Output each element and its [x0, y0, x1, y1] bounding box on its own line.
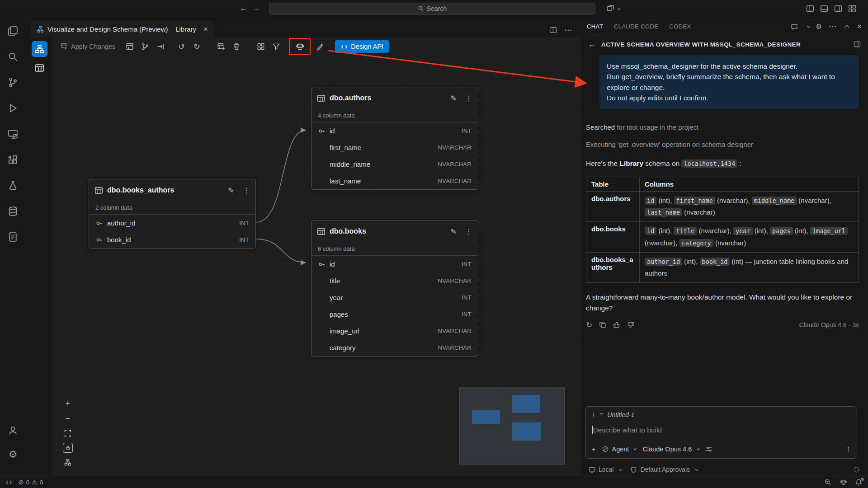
- chat-tab-claude-code[interactable]: CLAUDE CODE: [614, 18, 658, 35]
- database-icon[interactable]: [5, 203, 21, 219]
- zoom-out-icon[interactable]: −: [62, 413, 73, 424]
- column-row[interactable]: image_urlNVARCHAR: [311, 323, 478, 339]
- column-row[interactable]: yearINT: [311, 289, 478, 306]
- zoom-in-icon[interactable]: +: [62, 398, 73, 409]
- back-icon[interactable]: ←: [237, 4, 250, 13]
- approvals-selector[interactable]: Default Approvals: [630, 466, 698, 473]
- editor-more-actions-icon[interactable]: ⋯: [564, 26, 572, 34]
- column-row[interactable]: last_nameNVARCHAR: [311, 173, 478, 189]
- split-editor-icon[interactable]: [549, 26, 557, 34]
- extensions-icon[interactable]: [5, 152, 21, 168]
- toggle-panel-icon[interactable]: [820, 5, 828, 13]
- problems-indicator[interactable]: ⊘ 0 ⚠ 0: [19, 479, 43, 486]
- regenerate-icon[interactable]: ↻: [586, 321, 592, 329]
- chat-input-field[interactable]: Describe what to build: [585, 419, 857, 441]
- back-icon[interactable]: ←: [588, 40, 596, 49]
- notifications-bell-icon[interactable]: [855, 479, 863, 486]
- design-api-button[interactable]: Design API: [335, 40, 389, 53]
- export-icon[interactable]: [154, 40, 167, 53]
- thumbs-down-icon[interactable]: [627, 321, 634, 328]
- table-definition-view-button[interactable]: [32, 60, 47, 76]
- schema-table-card[interactable]: dbo.books_authors✎⋮2 column dataauthor_i…: [89, 179, 256, 249]
- notebook-icon[interactable]: [5, 229, 21, 245]
- table-menu-icon[interactable]: ⋮: [465, 227, 472, 236]
- source-control-icon[interactable]: [5, 75, 21, 90]
- schema-table-card[interactable]: dbo.books✎⋮6 column dataidINTtitleNVARCH…: [311, 220, 478, 357]
- chat-tab-codex[interactable]: CODEX: [669, 18, 691, 35]
- column-row[interactable]: author_idINT: [89, 215, 255, 231]
- mode-selector[interactable]: Agent: [602, 446, 636, 453]
- schema-table-card[interactable]: dbo.authors✎⋮4 column dataidINTfirst_nam…: [311, 87, 478, 190]
- chat-history-icon[interactable]: [791, 23, 798, 30]
- lock-zoom-icon[interactable]: [63, 443, 73, 453]
- chat-input-box[interactable]: + ≡ Untitled-1 Describe what to build + …: [585, 406, 857, 459]
- auto-arrange-icon[interactable]: [62, 457, 73, 468]
- assistant-steps: Searched for tool usage in the projectEx…: [586, 123, 859, 148]
- copilot-button[interactable]: [289, 38, 311, 55]
- customize-layout-icon[interactable]: [848, 5, 856, 13]
- table-menu-icon[interactable]: ⋮: [243, 186, 250, 195]
- remote-explorer-icon[interactable]: [5, 126, 21, 142]
- add-table-icon[interactable]: [215, 40, 227, 53]
- toggle-sidebar-left-icon[interactable]: [806, 5, 814, 13]
- copilot-status-icon[interactable]: [840, 479, 847, 486]
- column-row[interactable]: titleNVARCHAR: [311, 272, 478, 289]
- column-row[interactable]: book_idINT: [89, 231, 255, 248]
- column-row[interactable]: idINT: [311, 122, 478, 139]
- minimap[interactable]: [459, 387, 565, 465]
- environment-selector[interactable]: Local: [589, 466, 621, 473]
- column-row[interactable]: categoryNVARCHAR: [311, 339, 478, 356]
- chat-more-actions-icon[interactable]: ⋯: [829, 23, 836, 30]
- open-chat-in-editor-icon[interactable]: [854, 41, 861, 48]
- fork-schema-icon[interactable]: [139, 40, 151, 53]
- send-icon[interactable]: ↑: [846, 444, 850, 454]
- chevron-down-icon[interactable]: [807, 24, 810, 28]
- tab-schema-designer[interactable]: Visualize and Design Schema (Preview) – …: [30, 21, 214, 38]
- chat-context-row: + ≡ Untitled-1: [585, 407, 857, 419]
- column-row[interactable]: pagesINT: [311, 306, 478, 323]
- sparkle-pen-icon[interactable]: [313, 40, 326, 53]
- model-selector[interactable]: Claude Opus 4.6: [642, 446, 699, 453]
- close-panel-icon[interactable]: ×: [857, 23, 862, 30]
- explorer-icon[interactable]: [5, 23, 21, 39]
- copy-icon[interactable]: [599, 321, 606, 328]
- column-row[interactable]: first_nameNVARCHAR: [311, 139, 478, 156]
- redo-icon[interactable]: ↻: [190, 40, 203, 53]
- settings-gear-icon[interactable]: ⚙: [5, 446, 21, 462]
- edit-table-icon[interactable]: ✎: [451, 94, 457, 103]
- undo-icon[interactable]: ↺: [175, 40, 188, 53]
- run-debug-icon[interactable]: [5, 100, 21, 116]
- zoom-indicator-icon[interactable]: [824, 479, 832, 486]
- forward-icon[interactable]: →: [250, 4, 263, 13]
- column-row[interactable]: middle_nameNVARCHAR: [311, 156, 478, 173]
- auto-layout-icon[interactable]: [255, 40, 267, 53]
- copilot-sessions-button[interactable]: [606, 5, 620, 13]
- edit-table-icon[interactable]: ✎: [451, 227, 457, 236]
- delete-icon[interactable]: [230, 40, 243, 53]
- schema-diagram-view-button[interactable]: [32, 41, 47, 57]
- model-settings-icon[interactable]: [705, 446, 712, 453]
- filter-icon[interactable]: [270, 40, 283, 53]
- table-menu-icon[interactable]: ⋮: [465, 94, 472, 103]
- schema-canvas[interactable]: dbo.authors✎⋮4 column dataidINTfirst_nam…: [52, 56, 580, 476]
- attach-icon[interactable]: +: [592, 446, 595, 453]
- remote-indicator-icon[interactable]: [5, 479, 12, 486]
- thumbs-up-icon[interactable]: [613, 321, 620, 328]
- global-search-input[interactable]: Search: [269, 3, 595, 15]
- search-icon[interactable]: [5, 49, 21, 65]
- apply-changes-button[interactable]: Apply Changes: [60, 42, 115, 51]
- add-context-icon[interactable]: +: [592, 411, 595, 418]
- testing-icon[interactable]: [5, 178, 21, 193]
- column-row[interactable]: idINT: [311, 256, 478, 272]
- edit-table-icon[interactable]: ✎: [228, 186, 234, 195]
- toggle-sidebar-right-icon[interactable]: [834, 5, 842, 13]
- close-tab-icon[interactable]: ×: [203, 25, 208, 34]
- schema-row-table-name: dbo.authors: [586, 191, 640, 222]
- fit-to-screen-icon[interactable]: [62, 428, 73, 439]
- open-definition-icon[interactable]: [123, 40, 136, 53]
- sync-status-icon[interactable]: [853, 466, 860, 473]
- maximize-panel-icon[interactable]: [843, 23, 850, 30]
- account-icon[interactable]: [5, 422, 21, 438]
- chat-tab-chat[interactable]: CHAT: [587, 18, 603, 35]
- chat-settings-gear-icon[interactable]: ⚙: [816, 23, 822, 30]
